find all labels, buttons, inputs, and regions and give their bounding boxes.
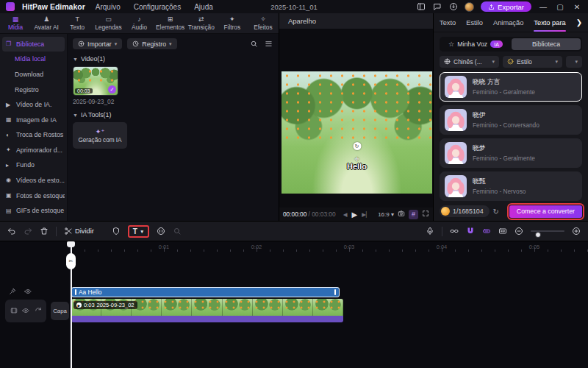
device-label[interactable]: Aparelho xyxy=(279,13,433,29)
aspect-ratio-select[interactable]: 16:9 ▾ xyxy=(378,211,394,218)
voice-card-feminino-conversando[interactable]: 晓伊Feminino - Conversando xyxy=(440,105,582,135)
tab-elementos[interactable]: ⊞Elementos xyxy=(155,13,186,33)
convert-button[interactable]: Comece a converter xyxy=(509,205,582,218)
tab-estilo[interactable]: Estilo xyxy=(466,13,483,32)
close-button[interactable]: ✕ xyxy=(572,3,582,11)
ai-generation-card[interactable]: ✦⁺ Geração com IA xyxy=(73,122,127,149)
tab-anima-o[interactable]: Animação xyxy=(493,13,523,32)
sidebar-item-registro[interactable]: Registro xyxy=(2,82,65,97)
playhead-marker[interactable] xyxy=(67,241,75,247)
marker-icon[interactable] xyxy=(112,227,121,236)
ia-tools-section-header[interactable]: ▼ IA Tools(1) xyxy=(73,111,273,118)
tab-avatar-ai[interactable]: ♟Avatar AI xyxy=(31,13,62,33)
preview-canvas[interactable]: ↻ ✛ Hello xyxy=(282,71,432,194)
subtitle-text[interactable]: Hello xyxy=(347,162,367,171)
sidebar-item-gifs-de-estoque[interactable]: ▤GIFs de estoque xyxy=(2,203,65,218)
prev-frame-icon[interactable]: ◀ xyxy=(343,211,348,218)
list-view-icon[interactable] xyxy=(264,39,273,49)
library-segment[interactable]: Biblioteca xyxy=(512,38,581,50)
fullscreen-icon[interactable] xyxy=(422,210,429,219)
delete-icon[interactable] xyxy=(40,227,49,236)
media-thumbnail[interactable]: 00:03 ✓ xyxy=(73,66,118,96)
move-handle-icon[interactable]: ✛ xyxy=(354,156,359,163)
fit-timeline-icon[interactable] xyxy=(498,227,507,236)
sidebar-item-download[interactable]: Download xyxy=(2,67,65,82)
grid-toggle-icon[interactable]: # xyxy=(409,210,418,219)
search-icon[interactable] xyxy=(249,39,259,49)
tab-efeitos[interactable]: ✧Efeitos xyxy=(248,13,279,33)
tab-m-dia[interactable]: ▦Mídia xyxy=(0,13,31,33)
ruler-tick xyxy=(561,250,562,252)
timeline-ruler[interactable]: 0:010:020:030:040:05 xyxy=(0,243,588,253)
lock-track-icon[interactable] xyxy=(9,288,16,297)
magnet-snap-icon[interactable] xyxy=(466,227,475,236)
eye-icon[interactable] xyxy=(22,307,29,316)
zoom-out-icon[interactable] xyxy=(514,227,523,236)
text-to-speech-tool-button[interactable]: T ▼ xyxy=(128,225,150,238)
tab-transi-o[interactable]: ⇄Transição xyxy=(186,13,217,33)
minimize-button[interactable]: — xyxy=(538,3,548,11)
eye-icon[interactable] xyxy=(24,288,32,297)
voice-card-feminino-geralmente[interactable]: 晓晓 方言Feminino - Geralmente xyxy=(440,72,582,102)
download-icon[interactable] xyxy=(448,2,458,12)
refresh-icon[interactable]: ↻ xyxy=(493,208,499,216)
record-button[interactable]: Registro▾ xyxy=(127,38,176,49)
my-voice-segment[interactable]: ☆ Minha Voz IA xyxy=(441,38,510,50)
timeline-zoom-slider[interactable] xyxy=(531,230,564,232)
sidebar-item-m-dia-local[interactable]: Mídia local xyxy=(2,52,65,67)
sidebar-item-v-deos-de-esto[interactable]: ◉Vídeos de esto... xyxy=(2,173,65,188)
rotate-handle-icon[interactable]: ↻ xyxy=(353,142,361,150)
sidebar-item-v-deo-de-ia[interactable]: ▶Vídeo de IA. xyxy=(2,97,65,112)
voice-name: 晓晓 方言 xyxy=(473,78,535,87)
tab-filtros[interactable]: ✦Filtros xyxy=(217,13,248,33)
microphone-icon[interactable] xyxy=(426,227,434,236)
user-avatar[interactable] xyxy=(465,2,474,12)
sidebar-item-biblioteca[interactable]: ❐Biblioteca xyxy=(2,37,65,52)
export-button[interactable]: Exportar xyxy=(481,1,531,12)
timeline[interactable]: 0:010:020:030:040:05 ✂ Capa Aa Hello ▶ 0… xyxy=(0,241,588,368)
menu-configuracoes[interactable]: Configurações xyxy=(131,3,184,11)
maximize-button[interactable]: ▢ xyxy=(555,3,565,11)
preview-crop-icon[interactable] xyxy=(173,227,182,236)
film-icon[interactable] xyxy=(10,307,18,316)
trim-handle-left[interactable] xyxy=(75,289,76,295)
menu-arquivo[interactable]: Arquivo xyxy=(93,3,123,11)
video-section-header[interactable]: ▼ Video(1) xyxy=(73,55,273,63)
import-button[interactable]: Importar▾ xyxy=(73,38,122,49)
language-select[interactable]: Chinês (...▾ xyxy=(440,56,499,68)
speed-icon[interactable] xyxy=(157,227,165,236)
tab-legendas[interactable]: ▭Legendas xyxy=(93,13,123,33)
chain-link-icon[interactable] xyxy=(482,227,491,236)
voice-card-feminino-geralmente[interactable]: 晓梦Feminino - Geralmente xyxy=(440,138,582,168)
playhead-scissors-handle[interactable]: ✂ xyxy=(66,253,76,269)
sidebar-item-fotos-de-estoque[interactable]: ▣Fotos de estoque xyxy=(2,188,65,203)
play-button[interactable]: ▶ xyxy=(352,210,358,219)
menu-ajuda[interactable]: Ajuda xyxy=(191,3,216,11)
snapshot-icon[interactable] xyxy=(398,210,405,219)
tab-texto[interactable]: TTexto xyxy=(62,13,93,33)
style-select[interactable]: Estilo▾ xyxy=(503,56,562,68)
tab-texto[interactable]: Texto xyxy=(440,13,456,32)
feedback-icon[interactable] xyxy=(432,2,442,12)
voice-card-feminino-nervoso[interactable]: 晓甄Feminino - Nervoso xyxy=(440,171,582,201)
more-filter-select[interactable]: ▾ xyxy=(566,56,582,68)
sidebar-item-aprimorador-d[interactable]: ✦Aprimorador d... xyxy=(2,143,65,158)
text-clip[interactable]: Aa Hello xyxy=(71,287,340,297)
layout-panel-icon[interactable] xyxy=(416,2,426,12)
cover-button[interactable]: Capa xyxy=(51,302,69,320)
undo-icon[interactable] xyxy=(7,227,16,236)
tab-udio[interactable]: ♪Áudio xyxy=(123,13,154,33)
next-frame-icon[interactable]: ▶▏ xyxy=(362,211,370,218)
loop-icon[interactable] xyxy=(35,307,42,316)
sidebar-item-imagem-de-ia[interactable]: ▦Imagem de IA xyxy=(2,113,65,127)
link-clips-icon[interactable] xyxy=(450,227,459,236)
split-button[interactable]: Dividir xyxy=(64,227,94,236)
tab-texto-para[interactable]: Texto para xyxy=(534,13,565,32)
sidebar-item-fundo[interactable]: ▸Fundo xyxy=(2,158,65,173)
redo-icon[interactable] xyxy=(24,227,32,236)
chevron-right-icon[interactable]: ❯ xyxy=(576,18,582,26)
sidebar-item-troca-de-rostos[interactable]: ◐Troca de Rostos xyxy=(2,127,65,142)
trim-handle-right[interactable] xyxy=(334,289,336,295)
video-clip[interactable]: ▶ 0:03 2025-09-23_02 xyxy=(71,299,343,322)
zoom-in-icon[interactable] xyxy=(572,227,581,236)
